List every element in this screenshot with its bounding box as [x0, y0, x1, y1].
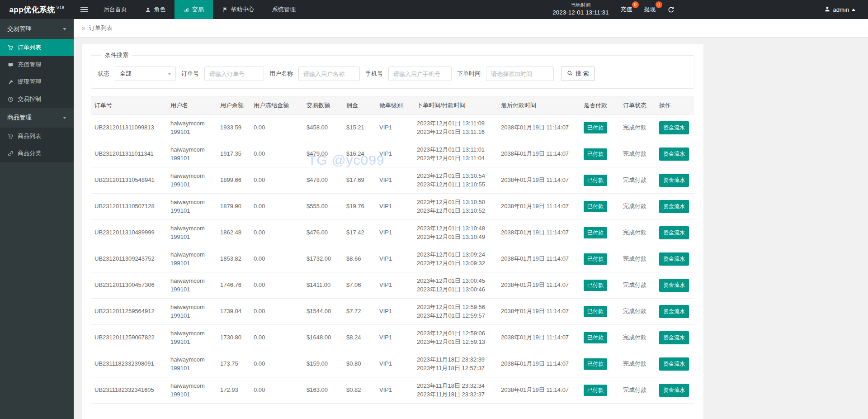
status-select-value: 全部	[120, 70, 132, 78]
cell-amount: $1648.00	[303, 325, 343, 351]
user-icon	[824, 6, 830, 14]
cell-status: 完成付款	[619, 272, 656, 299]
cell-status: 完成付款	[619, 115, 656, 141]
orders-tbody: UB2312011311099813 haiwaymcom 199101 193…	[91, 115, 694, 404]
fund-flow-button[interactable]: 资金流水	[659, 226, 689, 239]
flag-icon	[222, 7, 228, 13]
sidebar-item-withdraw-manage[interactable]: 提现管理	[0, 73, 74, 90]
cell-username: haiwaymcom 199101	[167, 141, 217, 167]
fund-flow-button[interactable]: 资金流水	[659, 331, 689, 344]
nav-item-label: 交易	[192, 5, 204, 14]
phone-input[interactable]	[388, 67, 452, 81]
sidebar-item-order-list[interactable]: 订单列表	[0, 39, 74, 56]
search-icon	[567, 70, 573, 77]
cell-times: 2023年12月01日 12:59:56 2023年12月01日 12:59:5…	[413, 299, 497, 325]
sidebar: 交易管理订单列表充值管理提现管理交易控制商品管理商品列表商品分类	[0, 19, 74, 419]
sidebar-item-label: 商品分类	[18, 149, 41, 157]
cell-frozen: 0.00	[250, 246, 303, 272]
recharge-link[interactable]: 充值 0	[621, 5, 632, 14]
recharge-badge: 0	[632, 1, 639, 8]
paid-badge: 已付款	[584, 227, 607, 238]
nav-item-trade[interactable]: 交易	[175, 0, 213, 19]
user-name-input[interactable]	[298, 67, 360, 81]
fund-flow-button[interactable]: 资金流水	[659, 252, 689, 266]
nav-item-roles[interactable]: 角色	[136, 0, 175, 19]
order-no-input[interactable]	[204, 67, 264, 81]
cell-paid: 已付款	[580, 351, 619, 377]
fund-flow-button[interactable]: 资金流水	[659, 148, 689, 161]
orders-card: 条件搜索 状态 全部 订单号 用户名称 手机号 下单时间	[82, 44, 703, 419]
fund-flow-button[interactable]: 资金流水	[659, 200, 689, 213]
top-navbar: app优化系统 V18 后台首页角色交易帮助中心系统管理 当地时间 2023-1…	[0, 0, 868, 19]
chevron-up-icon	[852, 9, 855, 11]
cell-balance: 1730.80	[217, 325, 250, 351]
fund-flow-button[interactable]: 资金流水	[659, 174, 689, 187]
username-line2: 199101	[170, 338, 213, 346]
menu-toggle-icon[interactable]	[74, 0, 94, 19]
fund-flow-button[interactable]: 资金流水	[659, 305, 689, 318]
cell-status: 完成付款	[619, 351, 656, 377]
content-area: 条件搜索 状态 全部 订单号 用户名称 手机号 下单时间	[74, 38, 868, 419]
cell-commission: $0.82	[343, 377, 376, 404]
refresh-icon[interactable]	[668, 6, 675, 13]
recharge-label: 充值	[621, 6, 632, 13]
table-row: UB2312011259067822 haiwaymcom 199101 173…	[91, 325, 694, 351]
cell-last-pay: 2038年01月19日 11:14:07	[497, 220, 580, 246]
cell-frozen: 0.00	[250, 220, 303, 246]
search-button[interactable]: 搜 索	[561, 67, 595, 81]
nav-item-label: 系统管理	[272, 5, 296, 14]
nav-item-help[interactable]: 帮助中心	[213, 0, 263, 19]
cell-frozen: 0.00	[250, 299, 303, 325]
order-time-input[interactable]	[486, 67, 554, 81]
cell-order-no: UB2312011311011341	[91, 141, 167, 167]
fund-flow-button[interactable]: 资金流水	[659, 121, 689, 134]
cell-paid: 已付款	[580, 220, 619, 246]
sidebar-item-goods-category[interactable]: 商品分类	[0, 145, 74, 162]
table-row: UB2311182332398091 haiwaymcom 199101 173…	[91, 351, 694, 377]
sidebar-item-label: 充值管理	[18, 61, 41, 69]
cart-icon	[8, 133, 14, 139]
cell-frozen: 0.00	[250, 167, 303, 194]
cell-action: 资金流水	[656, 272, 694, 299]
user-name-label: 用户名称	[269, 70, 293, 78]
order-time: 2023年12月01日 13:10:48	[417, 224, 494, 233]
sidebar-item-goods-list[interactable]: 商品列表	[0, 128, 74, 145]
cell-balance: 1746.76	[217, 272, 250, 299]
cell-frozen: 0.00	[250, 272, 303, 299]
column-header: 用户冻结金额	[250, 96, 303, 115]
cell-balance: 1879.90	[217, 194, 250, 220]
cell-paid: 已付款	[580, 272, 619, 299]
cell-order-no: UB2311182332341605	[91, 377, 167, 404]
cell-amount: $478.00	[303, 167, 343, 194]
username-line1: haiwaymcom	[170, 303, 213, 311]
cell-status: 完成付款	[619, 377, 656, 404]
admin-menu[interactable]: admin	[824, 6, 855, 14]
cell-username: haiwaymcom 199101	[167, 272, 217, 299]
fund-flow-button[interactable]: 资金流水	[659, 357, 689, 371]
sidebar-item-trade-control[interactable]: 交易控制	[0, 90, 74, 108]
nav-item-home[interactable]: 后台首页	[94, 0, 136, 19]
nav-item-system[interactable]: 系统管理	[263, 0, 305, 19]
order-time: 2023年12月01日 12:59:06	[417, 329, 494, 338]
paid-badge: 已付款	[584, 385, 607, 396]
cell-times: 2023年11月18日 23:32:34 2023年11月18日 23:32:3…	[413, 377, 497, 404]
sidebar-item-recharge-manage[interactable]: 充值管理	[0, 56, 74, 73]
sidebar-item-trade-manage[interactable]: 交易管理	[0, 19, 74, 39]
column-header: 做单级别	[376, 96, 413, 115]
withdraw-link[interactable]: 提现 0	[644, 5, 656, 14]
search-button-label: 搜 索	[576, 70, 589, 78]
cell-status: 完成付款	[619, 299, 656, 325]
cell-order-no: UB2312011311099813	[91, 115, 167, 141]
wrench-icon	[8, 79, 14, 85]
orders-table: 订单号用户名用户余额用户冻结金额交易数额佣金做单级别下单时间/付款时间最后付款时…	[91, 96, 694, 404]
pay-time: 2023年12月01日 13:09:32	[417, 259, 494, 267]
fund-flow-button[interactable]: 资金流水	[659, 279, 689, 292]
cell-status: 完成付款	[619, 325, 656, 351]
cell-action: 资金流水	[656, 220, 694, 246]
pay-time: 2023年12月01日 13:10:52	[417, 207, 494, 215]
user-icon	[145, 7, 151, 13]
status-select[interactable]: 全部	[115, 67, 176, 81]
fund-flow-button[interactable]: 资金流水	[659, 384, 689, 397]
sidebar-item-goods-manage[interactable]: 商品管理	[0, 108, 74, 128]
column-header: 用户名	[167, 96, 217, 115]
